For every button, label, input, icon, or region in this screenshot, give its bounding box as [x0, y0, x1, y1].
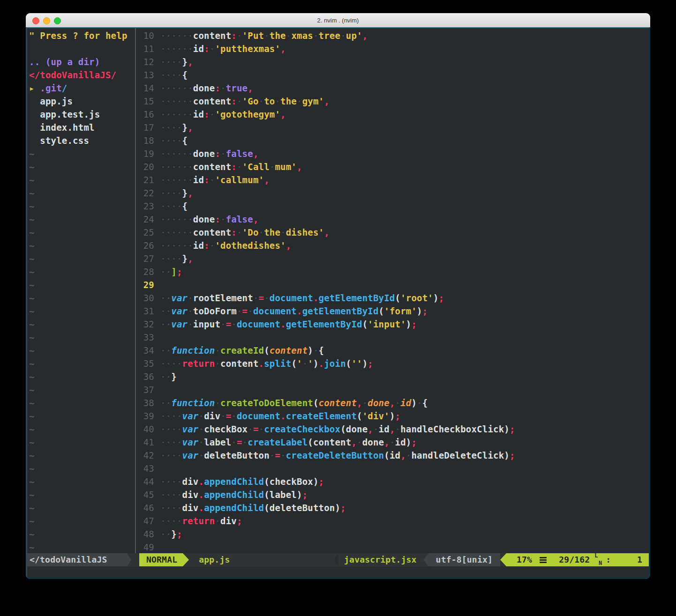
code-line[interactable]: 39····var·div·=·document.createElement('…: [136, 409, 649, 423]
code-line-text: ······id:·'callmum',: [160, 173, 270, 186]
code-line[interactable]: 46····div.appendChild(deleteButton);: [136, 501, 649, 514]
code-line[interactable]: 23····{: [136, 200, 649, 213]
empty-line-tilde: ~: [29, 252, 135, 265]
code-line[interactable]: 25······content:·'Do·the·dishes',: [136, 226, 649, 239]
code-line[interactable]: 36··}: [136, 370, 649, 383]
line-number: 45: [136, 488, 154, 501]
code-line[interactable]: 13····{: [136, 68, 649, 82]
code-line[interactable]: 27····},: [136, 252, 649, 265]
token: (: [308, 437, 313, 447]
token: 'gotothegym': [215, 109, 280, 119]
token: for: [83, 30, 100, 41]
code-line[interactable]: 16······id:·'gotothegym',: [136, 108, 649, 121]
line-number: 24: [136, 213, 154, 226]
tree-item-index-html[interactable]: index.html: [29, 121, 135, 134]
code-line[interactable]: 26······id:·'dothedishes',: [136, 239, 649, 252]
token: index.html: [40, 122, 94, 133]
code-line[interactable]: 22····},: [136, 186, 649, 200]
token: [35, 30, 40, 41]
tree-item-app-js[interactable]: app.js: [29, 95, 135, 108]
code-line[interactable]: 21······id:·'callmum',: [136, 173, 649, 186]
tree-root[interactable]: </todoVanillaJS/: [29, 68, 135, 82]
token: style.css: [40, 135, 89, 146]
code-line[interactable]: 37: [136, 383, 649, 396]
code-line[interactable]: 18····{: [136, 134, 649, 147]
whitespace-dots: ······: [160, 148, 193, 159]
tilde-marker: ~: [29, 411, 35, 421]
code-line[interactable]: 20······content:·'Call·mum',: [136, 160, 649, 173]
tilde-marker: ~: [29, 240, 35, 251]
tilde-marker: ~: [29, 306, 35, 316]
whitespace-dots: ·: [198, 411, 204, 421]
code-line[interactable]: 31··var·toDoForm·=·document.getElementBy…: [136, 304, 649, 318]
code-line[interactable]: 15······content:·'Go·to·the·gym',: [136, 95, 649, 108]
token: ]: [171, 267, 177, 277]
whitespace-dots: ····: [160, 476, 182, 487]
token: dishes': [286, 227, 324, 237]
code-line[interactable]: 38··function·createToDoElement(content,·…: [136, 396, 649, 409]
empty-line-tilde: ~: [29, 160, 135, 173]
code-line[interactable]: 32··var·input·=·document.getElementById(…: [136, 318, 649, 331]
whitespace-dots: ····: [160, 188, 182, 198]
code-line[interactable]: 40····var·checkBox·=·createCheckbox(done…: [136, 423, 649, 436]
code-line[interactable]: 24······done:·false,: [136, 213, 649, 226]
tree-item-up-dir[interactable]: .. (up a dir): [29, 55, 135, 68]
code-line[interactable]: 49: [136, 541, 649, 553]
code-line[interactable]: 35····return·content.split('·').join('')…: [136, 357, 649, 370]
code-line[interactable]: 11······id:·'putthexmas',: [136, 42, 649, 55]
token: content: [220, 358, 258, 369]
code-line-text: ····return·div;: [160, 514, 242, 527]
close-button[interactable]: [32, 17, 39, 24]
titlebar[interactable]: 2. nvim . (nvim): [26, 13, 650, 28]
token: }: [182, 122, 188, 133]
token: .: [198, 476, 204, 487]
code-line[interactable]: 48··};: [136, 527, 649, 541]
token: true: [226, 83, 248, 93]
code-line[interactable]: 44····div.appendChild(checkBox);: [136, 475, 649, 488]
minimize-button[interactable]: [43, 17, 50, 24]
token: ,: [324, 96, 330, 106]
code-line[interactable]: 47····return·div;: [136, 514, 649, 527]
code-line[interactable]: 43: [136, 462, 649, 475]
code-line[interactable]: 19······done:·false,: [136, 147, 649, 160]
code-line-text: ····return·content.split('·').join('');: [160, 357, 373, 370]
code-line[interactable]: 30··var·rootElement·=·document.getElemen…: [136, 291, 649, 304]
token: 'Go: [242, 96, 259, 106]
token: [100, 30, 105, 41]
tilde-marker: ~: [29, 516, 35, 526]
line-number: 16: [136, 108, 154, 121]
command-line[interactable]: [27, 566, 649, 578]
nerdtree-sidebar: " Press ? for help.. (up a dir)</todoVan…: [27, 28, 135, 553]
token: ;: [439, 293, 444, 303]
code-line[interactable]: 12····},: [136, 55, 649, 68]
tree-item-style-css[interactable]: style.css: [29, 134, 135, 147]
code-line[interactable]: 28··];: [136, 265, 649, 278]
code-line-text: ····var·checkBox·=·createCheckbox(done,·…: [160, 423, 515, 436]
code-line[interactable]: 45····div.appendChild(label);: [136, 488, 649, 501]
code-line[interactable]: 10······content:·'Put·the·xmas·tree·up',: [136, 29, 649, 42]
tree-item-git[interactable]: ▸ .git/: [29, 82, 135, 95]
code-line[interactable]: 14······done:·true,: [136, 82, 649, 95]
token: content: [193, 162, 231, 172]
whitespace-dots: ·: [280, 227, 286, 237]
whitespace-dots: ·: [275, 96, 280, 106]
code-line[interactable]: 34··function·createId(content)·{: [136, 344, 649, 357]
whitespace-dots: ·: [237, 306, 242, 316]
whitespace-dots: ·: [270, 162, 275, 172]
zoom-button[interactable]: [54, 17, 61, 24]
token: appendChild: [204, 476, 264, 487]
code-line[interactable]: 29: [136, 278, 649, 291]
code-line[interactable]: 41····var·label·=·createLabel(content,·d…: [136, 436, 649, 449]
whitespace-dots: ····: [160, 57, 182, 67]
code-line[interactable]: 42····var·deleteButton·=·createDeleteBut…: [136, 449, 649, 462]
empty-line-tilde: ~: [29, 541, 135, 553]
token: (: [264, 476, 270, 487]
line-number: 11: [136, 42, 154, 55]
tree-item-app-test-js[interactable]: app.test.js: [29, 108, 135, 121]
code-line[interactable]: 33: [136, 331, 649, 344]
whitespace-dots: ·: [264, 293, 270, 303]
code-line[interactable]: 17····},: [136, 121, 649, 134]
code-line-text: ··];: [160, 265, 182, 278]
line-number: 27: [136, 252, 154, 265]
token: ": [29, 30, 35, 41]
